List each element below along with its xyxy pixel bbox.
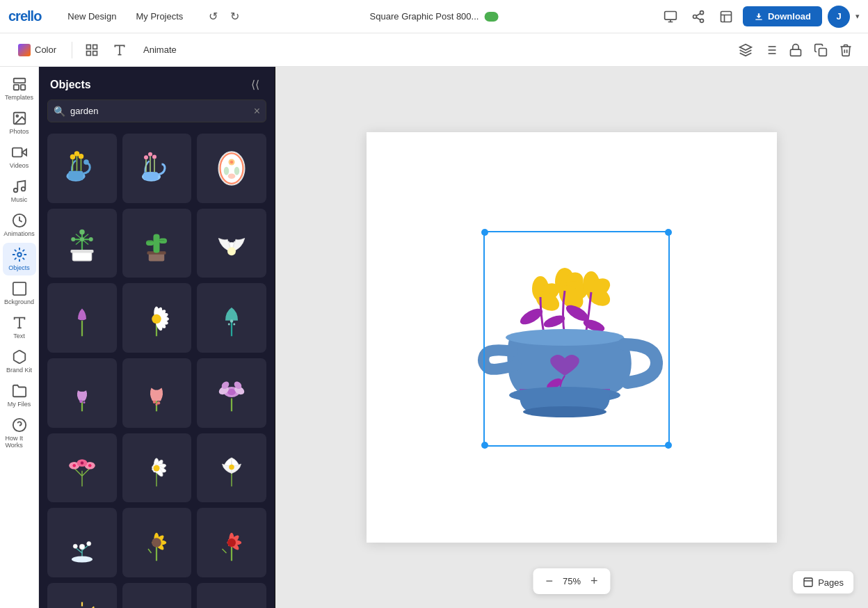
present-icon-button[interactable]	[659, 6, 682, 28]
grid-row-6	[47, 508, 266, 577]
sidebar-item-animations[interactable]: Animations	[3, 209, 36, 241]
grid-item[interactable]	[122, 283, 192, 353]
topbar-right: Download J ▾	[659, 6, 860, 28]
sidebar-item-brand-kit[interactable]: Brand Kit	[3, 345, 36, 378]
secondary-toolbar-right	[734, 39, 857, 61]
avatar[interactable]: J	[828, 6, 850, 28]
svg-point-30	[21, 187, 25, 191]
svg-point-62	[228, 173, 236, 179]
svg-point-101	[157, 401, 161, 405]
pages-button[interactable]: Pages	[792, 570, 854, 594]
sidebar-item-objects[interactable]: Objects	[3, 243, 36, 275]
svg-point-40	[83, 159, 89, 165]
panel-collapse-button[interactable]: ⟨⟨	[247, 77, 264, 93]
share-icon-button[interactable]	[687, 6, 709, 28]
new-design-button[interactable]: New Design	[58, 7, 126, 26]
selected-object[interactable]	[474, 223, 669, 445]
resize-icon-button[interactable]	[715, 6, 737, 28]
canvas[interactable]	[367, 132, 777, 543]
layers-icon-button[interactable]	[734, 39, 757, 61]
svg-rect-185	[804, 578, 812, 586]
sidebar-item-my-files[interactable]: My Files	[3, 379, 36, 412]
sidebar-item-videos[interactable]: Videos	[3, 141, 36, 173]
grid-item[interactable]	[197, 433, 266, 503]
svg-point-117	[88, 464, 92, 467]
sidebar: Templates Photos Videos Music Animations…	[0, 67, 39, 608]
zoom-out-button[interactable]: −	[541, 573, 557, 590]
grid-item[interactable]	[47, 134, 117, 203]
grid-item[interactable]	[122, 134, 192, 203]
svg-rect-0	[665, 11, 677, 19]
search-input[interactable]	[47, 99, 266, 122]
grid-item[interactable]	[197, 209, 266, 278]
sidebar-item-templates[interactable]: Templates	[3, 72, 36, 105]
grid-item[interactable]	[122, 508, 192, 577]
my-projects-button[interactable]: My Projects	[126, 7, 193, 26]
svg-rect-64	[70, 250, 93, 253]
grid-item[interactable]	[122, 583, 192, 608]
grid-row-2	[47, 209, 266, 278]
avatar-caret-icon[interactable]: ▾	[855, 12, 860, 21]
animate-button[interactable]: Animate	[136, 41, 184, 58]
grid-item[interactable]	[197, 583, 266, 608]
svg-marker-13	[740, 44, 752, 49]
svg-rect-8	[93, 45, 97, 49]
svg-point-180	[506, 329, 624, 346]
zoom-value: 75%	[557, 576, 586, 586]
objects-grid	[39, 131, 275, 608]
sidebar-item-photos[interactable]: Photos	[3, 106, 36, 139]
logo[interactable]: crello	[8, 8, 41, 24]
svg-point-105	[227, 389, 236, 395]
svg-rect-10	[93, 51, 97, 55]
delete-icon-button[interactable]	[835, 39, 857, 61]
grid-item[interactable]	[122, 209, 192, 278]
zoom-in-button[interactable]: +	[586, 573, 602, 590]
svg-rect-77	[159, 238, 167, 243]
grid-item[interactable]	[197, 134, 266, 203]
color-swatch	[18, 44, 31, 56]
svg-point-134	[72, 557, 93, 563]
sidebar-item-background[interactable]: Bckground	[3, 277, 36, 310]
grid-item[interactable]	[122, 358, 192, 428]
duplicate-icon-button[interactable]	[810, 39, 832, 61]
svg-point-148	[227, 538, 236, 547]
svg-point-26	[16, 115, 18, 117]
align-icon-button[interactable]	[760, 39, 782, 61]
grid-item[interactable]	[47, 433, 117, 503]
svg-point-52	[152, 154, 156, 159]
grid-item[interactable]	[47, 209, 117, 278]
grid-row-3	[47, 283, 266, 353]
svg-rect-21	[819, 48, 827, 56]
panel-header: Objects ⟨⟨	[39, 67, 275, 99]
svg-point-91	[152, 314, 162, 324]
grid-item[interactable]	[47, 508, 117, 577]
undo-button[interactable]: ↺	[204, 6, 223, 26]
canvas-area: − 75% + Pages	[275, 67, 868, 608]
text-style-icon-button[interactable]	[108, 39, 131, 61]
svg-point-69	[79, 229, 85, 234]
svg-point-118	[81, 461, 84, 465]
search-clear-button[interactable]: ×	[254, 106, 260, 117]
lock-icon-button[interactable]	[785, 39, 807, 61]
redo-button[interactable]: ↻	[225, 6, 244, 26]
sidebar-item-text[interactable]: Text	[3, 311, 36, 344]
grid-item[interactable]	[197, 358, 266, 428]
svg-point-116	[72, 464, 76, 467]
color-button[interactable]: Color	[11, 40, 63, 60]
sidebar-item-music[interactable]: Music	[3, 175, 36, 207]
grid-item[interactable]	[197, 283, 266, 353]
svg-point-125	[154, 465, 160, 471]
svg-line-143	[223, 549, 227, 553]
download-button[interactable]: Download	[743, 6, 822, 26]
grid-item[interactable]	[197, 508, 266, 577]
svg-point-70	[80, 237, 84, 241]
grid-item[interactable]	[122, 433, 192, 503]
grid-item[interactable]	[47, 283, 117, 353]
sidebar-item-how-it-works[interactable]: How It Works	[3, 413, 36, 453]
svg-rect-24	[20, 85, 24, 90]
sidebar-label-photos: Photos	[9, 128, 29, 135]
filter-icon-button[interactable]	[81, 39, 103, 61]
grid-item[interactable]	[47, 583, 117, 608]
grid-item[interactable]	[47, 358, 117, 428]
sidebar-label-music: Music	[11, 196, 28, 203]
